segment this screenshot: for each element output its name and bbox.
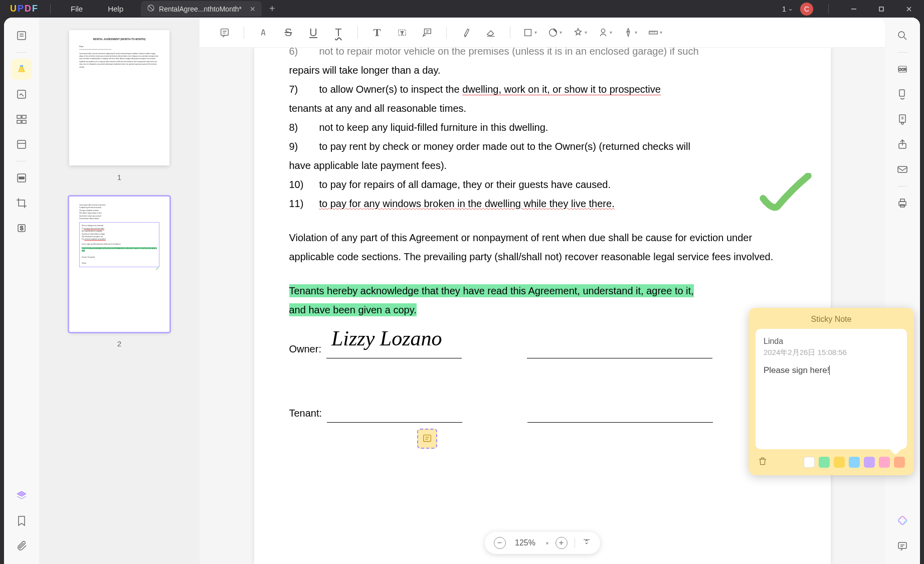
sticker-tool[interactable]: ▾ (544, 23, 565, 43)
menu-help[interactable]: Help (95, 5, 136, 13)
tenant-label: Tenant: (289, 404, 322, 423)
measure-tool[interactable]: ▾ (645, 23, 665, 43)
svg-rect-54 (898, 542, 906, 548)
svg-rect-51 (899, 202, 906, 206)
color-white[interactable] (804, 457, 815, 468)
comment-tool[interactable] (11, 59, 32, 80)
list-num: 7) (289, 80, 319, 99)
svg-rect-2 (879, 7, 883, 11)
svg-text:OCR: OCR (898, 68, 906, 71)
stamp-tool[interactable]: ▾ (570, 23, 590, 43)
document-viewport[interactable]: 6)not to repair motor vehicle on the pre… (200, 48, 885, 564)
zoom-out-button[interactable]: − (494, 537, 506, 549)
note-tool[interactable] (215, 23, 235, 43)
content-area: S U T T T ▾ ▾ ▾ ▾ ▾ ▾ 6)not to repair mo… (200, 18, 885, 564)
shape-tool[interactable]: ▾ (519, 23, 539, 43)
tenant-signature-line (327, 408, 462, 423)
zoom-value: 125% (513, 538, 538, 547)
user-avatar[interactable]: C (800, 3, 813, 16)
text-tool[interactable]: T (367, 23, 387, 43)
color-purple[interactable] (864, 457, 875, 468)
color-orange[interactable] (894, 457, 905, 468)
pencil-tool[interactable] (456, 23, 476, 43)
email-button[interactable] (892, 159, 913, 180)
zoom-dropdown[interactable]: ▾ (546, 540, 548, 546)
convert-button[interactable] (892, 84, 913, 105)
doc-text: to pay rent by check or money order made… (319, 137, 796, 156)
page-thumbnail-1[interactable]: RENTAL AGREEMENT (MONTH-TO-MONTH) Date L… (69, 30, 169, 165)
svg-point-33 (628, 31, 629, 32)
svg-rect-20 (221, 29, 229, 35)
thumb-label-2: 2 (117, 339, 121, 348)
edit-tool[interactable] (11, 84, 32, 105)
sticky-author: Linda (764, 337, 899, 346)
delete-note-button[interactable] (758, 456, 768, 468)
sticky-text-input[interactable]: Please sign here! (764, 365, 899, 375)
sticky-note-marker[interactable] (417, 429, 437, 449)
crop-tool[interactable] (11, 193, 32, 214)
tab-close-icon[interactable]: ✕ (250, 5, 256, 13)
squiggly-tool[interactable]: T (328, 23, 348, 43)
document-page: 6)not to repair motor vehicle on the pre… (254, 48, 831, 564)
doc-text: to pay for any windows broken in the dwe… (319, 194, 796, 213)
print-button[interactable] (892, 193, 913, 214)
color-yellow[interactable] (834, 457, 845, 468)
svg-line-43 (904, 37, 906, 40)
left-sidebar: S (4, 18, 39, 564)
reader-tool[interactable] (11, 25, 32, 46)
doc-text: not to keep any liquid-filled furniture … (319, 118, 796, 137)
document-tab[interactable]: RentalAgree...nthtoMonth* ✕ (141, 1, 262, 17)
color-green[interactable] (819, 457, 830, 468)
share-button[interactable] (892, 134, 913, 155)
textbox-tool[interactable]: T (392, 23, 412, 43)
checkmark-annotation[interactable] (756, 173, 816, 224)
tab-title: RentalAgree...nthtoMonth* (159, 5, 242, 13)
signature-tool[interactable]: ▾ (595, 23, 615, 43)
organize-tool[interactable] (11, 109, 32, 130)
ai-button[interactable] (892, 510, 913, 531)
chat-button[interactable] (892, 535, 913, 556)
svg-rect-17 (19, 177, 24, 179)
highlight-tool[interactable] (253, 23, 273, 43)
pen-tool[interactable]: ▾ (620, 23, 640, 43)
sticky-note-title: Sticky Note (756, 315, 907, 324)
color-pink[interactable] (879, 457, 890, 468)
close-button[interactable] (899, 2, 919, 17)
bookmark-tool[interactable] (11, 510, 32, 531)
page-thumbnail-2[interactable]: Lorem ipsum dolor sit amet consectetur1)… (69, 197, 169, 332)
window-count[interactable]: 1⌄ (782, 5, 793, 13)
svg-rect-12 (17, 120, 21, 123)
svg-rect-30 (524, 29, 531, 36)
underline-tool[interactable]: U (303, 23, 323, 43)
owner-signature: Lizzy Lozano (331, 319, 442, 359)
sticky-note-body[interactable]: Linda 2024年2月26日 15:08:56 Please sign he… (756, 329, 907, 449)
attachment-tool[interactable] (11, 535, 32, 556)
color-palette (804, 457, 905, 468)
strikethrough-tool[interactable]: S (278, 23, 298, 43)
zoom-in-button[interactable]: + (556, 537, 568, 549)
ocr-button[interactable]: OCR (892, 59, 913, 80)
svg-rect-52 (900, 199, 904, 202)
redact-tool[interactable] (11, 167, 32, 189)
date-line (527, 408, 713, 423)
protect-tool[interactable]: S (11, 218, 32, 239)
layers-tool[interactable] (11, 485, 32, 506)
doc-text: have applicable late payment fees). (289, 156, 796, 175)
date-line (527, 343, 712, 358)
svg-rect-46 (899, 90, 904, 96)
menu-file[interactable]: File (58, 5, 95, 13)
search-button[interactable] (892, 25, 913, 46)
fit-page-button[interactable] (582, 537, 591, 548)
owner-signature-line: Lizzy Lozano (326, 343, 462, 358)
form-tool[interactable] (11, 134, 32, 155)
sticky-note-popup: Sticky Note Linda 2024年2月26日 15:08:56 Pl… (749, 308, 914, 475)
maximize-button[interactable] (871, 2, 891, 17)
callout-tool[interactable] (417, 23, 437, 43)
minimize-button[interactable] (844, 2, 864, 17)
compress-button[interactable] (892, 109, 913, 130)
eraser-tool[interactable] (481, 23, 501, 43)
svg-rect-50 (898, 166, 907, 172)
list-num: 10) (289, 175, 319, 194)
color-blue[interactable] (849, 457, 860, 468)
new-tab-button[interactable]: + (269, 3, 275, 15)
